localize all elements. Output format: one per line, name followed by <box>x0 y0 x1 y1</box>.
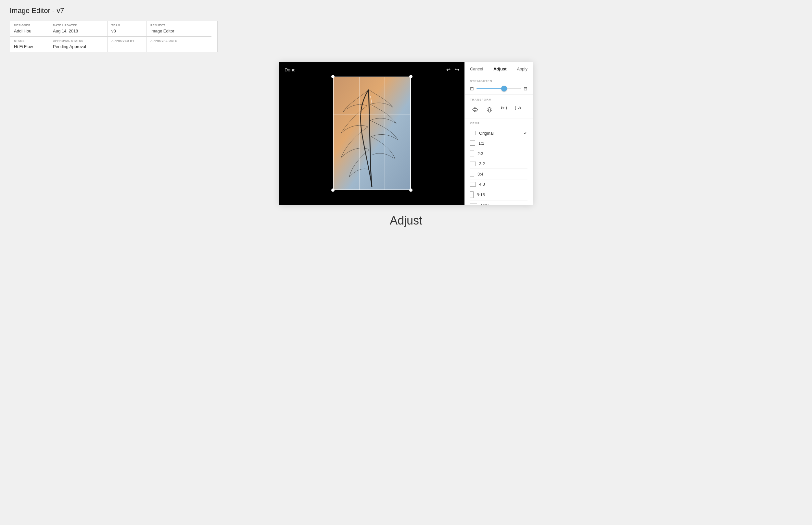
designer-value: Addi Hou <box>14 29 31 33</box>
crop-item-2:3[interactable]: 2:3 <box>470 148 527 159</box>
approved-by-value: - <box>112 44 113 49</box>
team-cell: TEAM v8 <box>107 21 146 37</box>
rotate-right-button[interactable] <box>513 104 523 115</box>
crop-label-2:3: 2:3 <box>477 151 483 156</box>
crop-label-4:3: 4:3 <box>479 182 485 186</box>
editor-app: Done ↩ ↪ <box>279 62 533 205</box>
right-panel: Cancel Adjust Apply STRAIGHTEN ⊡ ⊟ TRA <box>464 62 533 205</box>
canvas-toolbar: Done ↩ ↪ <box>279 66 464 73</box>
crop-item-original[interactable]: Original✓ <box>470 128 527 138</box>
crop-item-3:4[interactable]: 3:4 <box>470 169 527 179</box>
straighten-left-icon: ⊡ <box>470 86 474 91</box>
slider-fill <box>477 88 504 89</box>
feather-image <box>333 77 411 190</box>
metadata-grid: DESIGNER Addi Hou DATE UPDATED Aug 14, 2… <box>10 21 218 52</box>
crop-icon-1:1 <box>470 140 475 146</box>
bottom-label: Adjust <box>390 214 422 227</box>
svg-rect-0 <box>333 77 411 190</box>
stage-label: STAGE <box>14 39 45 43</box>
straighten-row: ⊡ ⊟ <box>470 86 527 91</box>
crop-label-16:9: 16:9 <box>480 203 489 205</box>
approval-date-cell: APPROVAL DATE - <box>146 37 212 52</box>
date-value: Aug 14, 2018 <box>53 29 78 33</box>
stage-value: Hi-Fi Flow <box>14 44 33 49</box>
team-value: v8 <box>112 29 116 33</box>
straighten-right-icon: ⊟ <box>524 86 527 91</box>
canvas-toolbar-right: ↩ ↪ <box>446 66 459 73</box>
team-label: TEAM <box>112 24 142 27</box>
crop-icon-4:3 <box>470 182 476 186</box>
redo-icon[interactable]: ↪ <box>455 66 459 73</box>
crop-icon-2:3 <box>470 151 474 156</box>
crop-item-3:2[interactable]: 3:2 <box>470 159 527 169</box>
crop-handle-tr[interactable] <box>409 75 412 78</box>
transform-section: TRANSFORM <box>465 95 533 118</box>
crop-handle-tl[interactable] <box>331 75 335 78</box>
flip-vertical-button[interactable] <box>484 104 495 115</box>
crop-icon-16:9 <box>470 203 477 205</box>
straighten-label: STRAIGHTEN <box>470 79 527 83</box>
project-label: PROJECT <box>150 24 207 27</box>
crop-section: CROP Original✓1:12:33:23:44:39:1616:9Cus… <box>465 118 533 205</box>
done-button[interactable]: Done <box>285 67 295 72</box>
crop-list: Original✓1:12:33:23:44:39:1616:9Custom <box>470 128 527 205</box>
page-title: Image Editor - v7 <box>10 6 802 15</box>
crop-label-original: Original <box>479 131 494 136</box>
crop-item-16:9[interactable]: 16:9 <box>470 200 527 205</box>
svg-marker-1 <box>503 107 504 108</box>
crop-icon-3:2 <box>470 162 476 166</box>
flip-horizontal-button[interactable] <box>470 104 480 115</box>
date-label: DATE UPDATED <box>53 24 103 27</box>
crop-item-4:3[interactable]: 4:3 <box>470 179 527 189</box>
transform-row <box>470 104 527 115</box>
approved-by-label: APPROVED BY <box>112 39 142 43</box>
project-value: Image Editor <box>150 29 174 33</box>
crop-item-9:16[interactable]: 9:16 <box>470 189 527 200</box>
stage-cell: STAGE Hi-Fi Flow <box>10 37 49 52</box>
apply-button[interactable]: Apply <box>517 66 527 71</box>
transform-label: TRANSFORM <box>470 98 527 101</box>
approval-status-value: Pending Approval <box>53 44 86 49</box>
canvas-area: Done ↩ ↪ <box>279 62 464 205</box>
editor-wrapper: Done ↩ ↪ <box>10 62 802 227</box>
crop-icon-original <box>470 131 476 135</box>
rotate-left-button[interactable] <box>498 104 509 115</box>
crop-label-1:1: 1:1 <box>478 141 484 146</box>
crop-icon-9:16 <box>470 192 474 198</box>
crop-handle-br[interactable] <box>409 189 412 192</box>
cancel-button[interactable]: Cancel <box>470 66 483 71</box>
crop-label-3:4: 3:4 <box>477 171 483 177</box>
adjust-tab-button[interactable]: Adjust <box>493 66 506 71</box>
crop-handle-bl[interactable] <box>331 189 335 192</box>
crop-check-original: ✓ <box>524 131 527 136</box>
date-cell: DATE UPDATED Aug 14, 2018 <box>49 21 107 37</box>
crop-label: CROP <box>470 122 527 125</box>
crop-icon-3:4 <box>470 171 474 177</box>
slider-thumb[interactable] <box>501 86 507 91</box>
crop-item-1:1[interactable]: 1:1 <box>470 138 527 148</box>
crop-label-3:2: 3:2 <box>479 161 485 166</box>
approval-date-label: APPROVAL DATE <box>150 39 207 43</box>
panel-header: Cancel Adjust Apply <box>465 62 533 76</box>
approval-status-label: APPROVAL STATUS <box>53 39 103 43</box>
approval-date-value: - <box>150 44 152 49</box>
undo-icon[interactable]: ↩ <box>446 66 450 73</box>
designer-label: DESIGNER <box>14 24 45 27</box>
straighten-section: STRAIGHTEN ⊡ ⊟ <box>465 76 533 95</box>
crop-label-9:16: 9:16 <box>477 192 485 197</box>
image-container <box>333 77 411 190</box>
approved-by-cell: APPROVED BY - <box>107 37 146 52</box>
project-cell: PROJECT Image Editor <box>146 21 212 37</box>
designer-cell: DESIGNER Addi Hou <box>10 21 49 37</box>
feather-svg <box>333 77 411 190</box>
straighten-slider-track[interactable] <box>477 88 521 89</box>
approval-status-cell: APPROVAL STATUS Pending Approval <box>49 37 107 52</box>
